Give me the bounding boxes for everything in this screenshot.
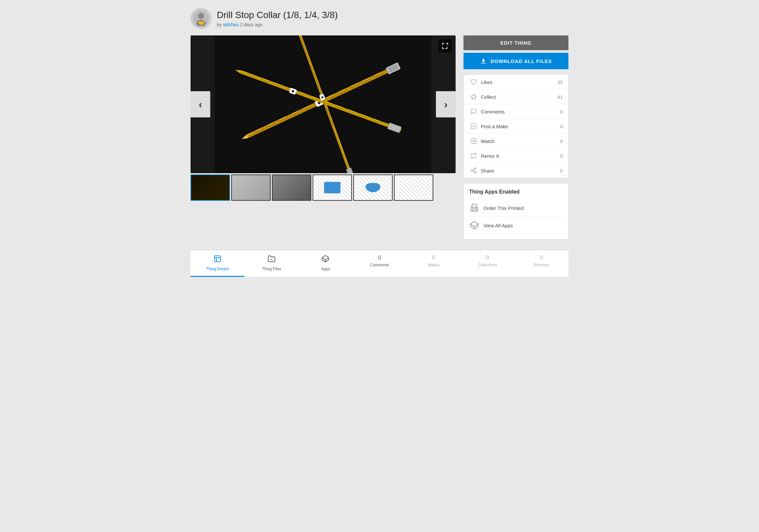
heart-icon [469,79,478,85]
tab-makes[interactable]: 0 Makes [406,250,460,277]
share-icon [469,167,478,174]
svg-rect-36 [472,204,477,207]
likes-label: Likes [478,79,555,85]
stat-likes[interactable]: Likes 35 [464,75,568,90]
thumbnails [190,175,456,201]
download-icon [480,58,487,64]
thumb-1[interactable] [190,175,230,201]
post-make-label: Post a Make [478,124,555,129]
remix-icon [469,152,478,159]
next-button[interactable]: › [436,91,456,117]
edit-thing-button[interactable]: EDIT THING [463,35,569,50]
thumb-5[interactable] [353,175,393,201]
tab-apps-label: Apps [321,266,330,271]
page-title: Drill Stop Collar (1/8, 1/4, 3/8) [217,10,338,20]
download-all-button[interactable]: DOWNLOAD ALL FILES [463,53,569,69]
svg-line-35 [473,169,475,170]
svg-point-29 [471,139,477,144]
order-printed-label: Order This Printed [484,205,524,211]
svg-point-30 [473,141,475,142]
header: 🤝 Drill Stop Collar (1/8, 1/4, 3/8) by s… [190,8,569,29]
bottom-tabs: Thing Details Thing Files Apps 0 [190,250,569,277]
comments-label: Comments [478,109,555,114]
svg-rect-37 [471,207,478,211]
collect-count: 41 [555,94,563,100]
svg-rect-42 [215,256,220,262]
thumb-2[interactable] [231,175,271,201]
app-order-printed[interactable]: Order This Printed [469,199,563,217]
share-count: 0 [555,168,563,174]
tab-makes-label: Makes [428,263,439,267]
stat-collect[interactable]: Collect 41 [464,90,568,104]
svg-point-32 [471,170,473,172]
share-label: Share [478,168,555,174]
tab-thing-details[interactable]: Thing Details [190,250,245,277]
thing-details-icon [214,255,221,265]
tab-makes-count: 0 [432,255,435,261]
svg-rect-38 [472,209,476,211]
download-label: DOWNLOAD ALL FILES [490,59,552,64]
thumb-6[interactable] [394,175,433,201]
image-section: ‹ › [190,35,456,201]
remix-label: Remix It [478,153,555,159]
collect-label: Collect [478,94,555,100]
tab-comments[interactable]: 0 Comments [353,250,407,277]
avatar: 🤝 [190,8,212,29]
cube-icon [469,220,480,230]
tab-collections[interactable]: 0 Collections [460,250,515,277]
svg-rect-5 [215,35,431,173]
likes-count: 35 [555,79,563,85]
svg-point-31 [475,168,476,170]
svg-text:🤝: 🤝 [198,20,205,26]
tab-comments-count: 0 [378,255,381,261]
remix-count: 0 [555,153,563,159]
tab-comments-label: Comments [370,263,389,267]
byline: by sidchou 2 days ago [217,22,338,27]
app-view-all[interactable]: View All Apps [469,217,563,234]
sidebar: EDIT THING DOWNLOAD ALL FILES Likes [463,35,569,239]
tab-apps[interactable]: Apps [299,250,353,277]
stat-remix[interactable]: Remix It 0 [464,148,568,163]
tab-remixes-label: Remixes [534,263,549,267]
apps-icon [321,255,329,265]
stat-watch[interactable]: Watch 0 [464,134,568,148]
svg-point-39 [476,208,477,210]
thumb-3[interactable] [272,175,311,201]
author-link[interactable]: sidchou [223,22,239,27]
expand-button[interactable] [439,39,452,53]
tab-collections-label: Collections [478,263,497,267]
printer-icon [469,203,480,213]
tab-remixes[interactable]: 0 Remixes [514,250,569,277]
stat-share[interactable]: Share 0 [464,163,568,178]
watch-count: 0 [555,139,563,144]
stat-comments[interactable]: Comments 0 [464,104,568,119]
view-all-apps-label: View All Apps [484,223,513,228]
tab-thing-files-label: Thing Files [262,266,281,271]
svg-point-1 [198,13,204,19]
tab-collections-count: 0 [486,255,489,261]
watch-label: Watch [478,139,555,144]
main-image [190,35,456,173]
page-wrapper: 🤝 Drill Stop Collar (1/8, 1/4, 3/8) by s… [183,0,576,277]
svg-point-33 [475,172,476,173]
main-image-container: ‹ › [190,35,456,173]
thing-files-icon [268,255,275,265]
svg-marker-25 [471,94,477,100]
collect-icon [469,94,478,100]
tab-remixes-count: 0 [540,255,543,261]
header-text: Drill Stop Collar (1/8, 1/4, 3/8) by sid… [217,10,338,27]
comments-icon [469,108,478,115]
svg-line-34 [473,171,475,172]
main-content: ‹ › [190,35,569,239]
tab-thing-files[interactable]: Thing Files [245,250,299,277]
prev-button[interactable]: ‹ [190,91,210,117]
thing-apps-section: Thing Apps Enabled Order This Printed [463,184,569,239]
watch-icon [469,138,478,144]
post-make-count: 0 [555,124,563,129]
time-ago: 2 days ago [240,22,263,27]
comments-count: 0 [555,109,563,114]
tab-thing-details-label: Thing Details [206,266,229,271]
stat-post-make[interactable]: Post a Make 0 [464,119,568,134]
thumb-4[interactable] [313,175,352,201]
thing-apps-title: Thing Apps Enabled [469,189,563,195]
